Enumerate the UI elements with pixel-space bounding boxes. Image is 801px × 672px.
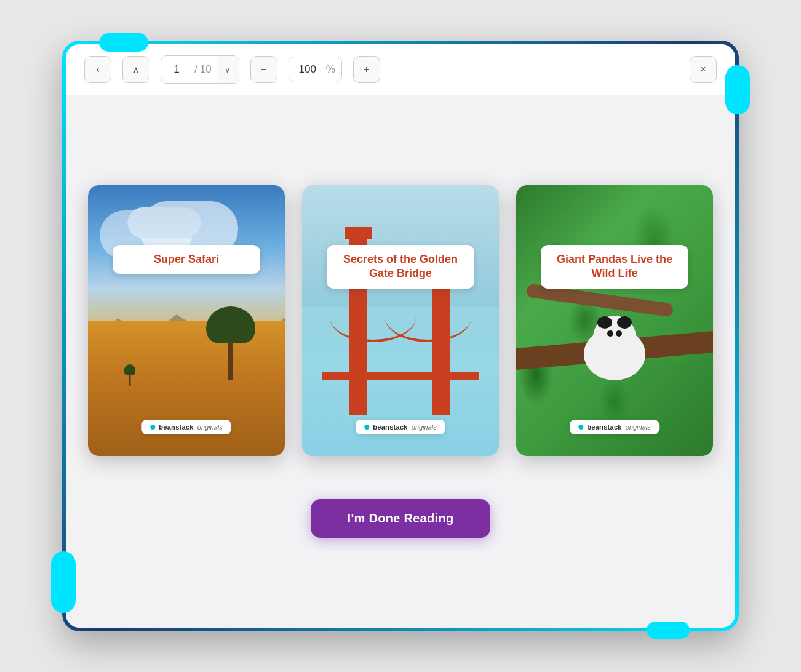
up-button[interactable]: ∧: [122, 56, 149, 83]
book-card-panda[interactable]: Giant Pandas Live the Wild Life beanstac…: [516, 185, 713, 456]
page-separator: /: [192, 63, 200, 76]
safari-badge-brand: beanstack: [159, 423, 194, 431]
panda-title-label: Giant Pandas Live the Wild Life: [541, 245, 688, 289]
close-button[interactable]: ×: [690, 56, 717, 83]
bridge-badge-suffix: originals: [412, 423, 437, 431]
page-total: 10: [200, 63, 217, 76]
page-dropdown-button[interactable]: ∨: [217, 56, 239, 83]
plus-icon: +: [364, 64, 369, 75]
close-icon: ×: [700, 64, 706, 75]
accent-bottom: [647, 622, 690, 639]
page-input-group: / 10 ∨: [161, 55, 239, 84]
bridge-title-text: Secrets of the Golden Gate Bridge: [343, 253, 458, 279]
accent-right: [725, 65, 750, 114]
safari-badge-suffix: originals: [197, 423, 223, 431]
panda-badge-suffix: originals: [626, 423, 651, 431]
zoom-decrease-button[interactable]: −: [250, 56, 277, 83]
app-frame: ‹ ∧ / 10 ∨ − % +: [62, 41, 739, 631]
up-icon: ∧: [132, 64, 140, 76]
panda-badge-brand: beanstack: [587, 423, 622, 431]
book-card-safari[interactable]: Super Safari beanstack originals: [88, 185, 285, 456]
cards-container: Super Safari beanstack originals: [88, 173, 713, 468]
beanstack-dot: [150, 425, 155, 430]
safari-badge: beanstack originals: [141, 420, 231, 434]
done-reading-label: I'm Done Reading: [348, 511, 454, 525]
bridge-badge: beanstack originals: [356, 420, 445, 434]
dropdown-icon: ∨: [225, 65, 231, 74]
safari-title-text: Super Safari: [154, 253, 219, 265]
book-card-bridge[interactable]: Secrets of the Golden Gate Bridge beanst…: [302, 185, 499, 456]
toolbar: ‹ ∧ / 10 ∨ − % +: [66, 44, 735, 95]
minus-icon: −: [261, 64, 266, 75]
zoom-unit: %: [326, 63, 341, 76]
done-reading-button[interactable]: I'm Done Reading: [311, 499, 491, 538]
bridge-title-label: Secrets of the Golden Gate Bridge: [327, 245, 474, 289]
content-area: Super Safari beanstack originals: [66, 95, 735, 628]
beanstack-dot-3: [578, 425, 583, 430]
zoom-group: %: [289, 57, 342, 82]
panda-title-text: Giant Pandas Live the Wild Life: [557, 253, 672, 279]
page-input[interactable]: [161, 57, 192, 82]
bridge-badge-brand: beanstack: [373, 423, 408, 431]
inner-frame: ‹ ∧ / 10 ∨ − % +: [66, 44, 735, 628]
panda-badge: beanstack originals: [570, 420, 659, 434]
beanstack-dot-2: [364, 425, 369, 430]
zoom-increase-button[interactable]: +: [353, 56, 380, 83]
zoom-input[interactable]: [289, 57, 326, 82]
back-icon: ‹: [96, 64, 99, 75]
safari-title-label: Super Safari: [113, 245, 260, 274]
back-button[interactable]: ‹: [84, 56, 111, 83]
